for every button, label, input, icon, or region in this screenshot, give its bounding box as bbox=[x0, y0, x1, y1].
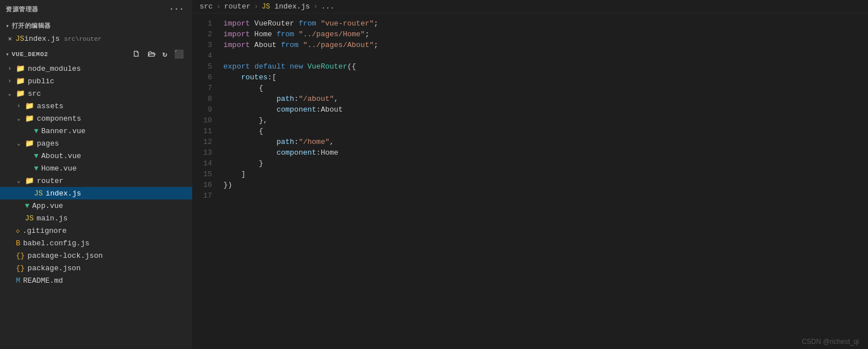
line-number: 2 bbox=[193, 29, 221, 40]
file-App.vue[interactable]: ▼App.vue bbox=[0, 199, 192, 212]
more-button[interactable]: ··· bbox=[167, 3, 187, 15]
breadcrumb-sep3: › bbox=[314, 2, 318, 11]
json-icon: {} bbox=[16, 252, 25, 260]
folder-icon: 📁 bbox=[25, 101, 34, 110]
folder-icon: 📁 bbox=[16, 64, 25, 73]
sidebar-header: 资源管理器 ··· bbox=[0, 0, 192, 18]
tree-item-label: pages bbox=[37, 139, 59, 148]
sidebar-title: 资源管理器 bbox=[6, 5, 39, 14]
breadcrumb-router: router bbox=[224, 2, 251, 11]
folder-pages[interactable]: ⌄📁pages bbox=[0, 137, 192, 150]
code-line: 4 bbox=[193, 50, 868, 61]
tree-item-label: babel.config.js bbox=[23, 239, 90, 248]
arrow-icon: ⌄ bbox=[8, 90, 16, 97]
code-line: 5export default new VueRouter({ bbox=[193, 61, 868, 72]
breadcrumb: src › router › JS index.js › ... bbox=[193, 0, 868, 14]
opened-editors-label[interactable]: ▾ 打开的编辑器 bbox=[0, 19, 192, 32]
code-line: 11 { bbox=[193, 126, 868, 137]
editor-area: src › router › JS index.js › ... 1import… bbox=[193, 0, 868, 349]
open-file-name: index.js src\router bbox=[24, 35, 101, 43]
open-file-tab[interactable]: ✕ JS index.js src\router bbox=[0, 32, 192, 45]
line-content: component:Home bbox=[221, 147, 868, 158]
file-tree: ›📁node_modules›📁public⌄📁src›📁assets⌄📁com… bbox=[0, 62, 192, 349]
js-icon: JS bbox=[25, 214, 34, 223]
line-number: 9 bbox=[193, 104, 221, 115]
code-line: 12 path:"/home", bbox=[193, 137, 868, 147]
file-Banner.vue[interactable]: ▼Banner.vue bbox=[0, 125, 192, 137]
tree-item-label: node_modules bbox=[28, 65, 81, 73]
file-package.json[interactable]: {}package.json bbox=[0, 262, 192, 274]
line-content: import Home from "../pages/Home"; bbox=[221, 29, 868, 40]
folder-icon: 📁 bbox=[25, 114, 34, 123]
code-line: 8 path:"/about", bbox=[193, 93, 868, 104]
close-icon[interactable]: ✕ bbox=[8, 35, 12, 43]
folder-node_modules[interactable]: ›📁node_modules bbox=[0, 62, 192, 75]
watermark: CSDN @richest_qi bbox=[802, 338, 859, 346]
file-.gitignore[interactable]: ◇.gitignore bbox=[0, 224, 192, 237]
line-number: 5 bbox=[193, 61, 221, 72]
code-line: 1import VueRouter from "vue-router"; bbox=[193, 18, 868, 29]
arrow-icon: › bbox=[8, 66, 16, 72]
code-line: 13 component:Home bbox=[193, 147, 868, 158]
folder-icon: 📁 bbox=[16, 89, 25, 98]
file-Home.vue[interactable]: ▼Home.vue bbox=[0, 162, 192, 174]
opened-editors-section: ▾ 打开的编辑器 ✕ JS index.js src\router bbox=[0, 18, 192, 46]
file-package-lock.json[interactable]: {}package-lock.json bbox=[0, 249, 192, 262]
code-line: 16}) bbox=[193, 180, 868, 190]
tree-item-label: .gitignore bbox=[23, 227, 67, 235]
file-About.vue[interactable]: ▼About.vue bbox=[0, 150, 192, 162]
new-folder-icon[interactable]: 🗁 bbox=[145, 49, 158, 60]
babel-icon: B bbox=[16, 239, 20, 248]
line-number: 16 bbox=[193, 180, 221, 190]
file-index.js[interactable]: JSindex.js bbox=[0, 187, 192, 199]
file-main.js[interactable]: JSmain.js bbox=[0, 212, 192, 224]
file-README.md[interactable]: MREADME.md bbox=[0, 274, 192, 287]
refresh-icon[interactable]: ↻ bbox=[160, 48, 170, 60]
folder-src[interactable]: ⌄📁src bbox=[0, 87, 192, 100]
tree-item-label: App.vue bbox=[32, 202, 63, 210]
code-line: 2import Home from "../pages/Home"; bbox=[193, 29, 868, 40]
tree-item-label: assets bbox=[37, 102, 63, 110]
line-content: import VueRouter from "vue-router"; bbox=[221, 18, 868, 29]
tree-item-label: main.js bbox=[37, 214, 68, 223]
breadcrumb-filename: index.js bbox=[274, 2, 310, 11]
breadcrumb-dots: ... bbox=[321, 2, 334, 11]
code-line: 15 ] bbox=[193, 169, 868, 180]
folder-components[interactable]: ⌄📁components bbox=[0, 112, 192, 125]
line-content: }, bbox=[221, 115, 868, 126]
code-line: 17 bbox=[193, 190, 868, 201]
line-number: 4 bbox=[193, 50, 221, 61]
tree-item-label: public bbox=[28, 77, 54, 86]
code-line: 9 component:About bbox=[193, 104, 868, 115]
folder-router[interactable]: ⌄📁router bbox=[0, 174, 192, 187]
file-babel.config.js[interactable]: Bbabel.config.js bbox=[0, 237, 192, 249]
vue-icon: ▼ bbox=[34, 127, 39, 135]
project-section-label[interactable]: ▾ VUE_DEMO2 🗋 🗁 ↻ ⬛ bbox=[0, 46, 192, 62]
sidebar-header-icons: ··· bbox=[167, 3, 187, 15]
new-file-icon[interactable]: 🗋 bbox=[130, 49, 143, 60]
json-icon: {} bbox=[16, 264, 25, 273]
folder-assets[interactable]: ›📁assets bbox=[0, 100, 192, 112]
arrow-icon: › bbox=[8, 78, 16, 84]
folder-public[interactable]: ›📁public bbox=[0, 75, 192, 87]
line-content: export default new VueRouter({ bbox=[221, 61, 868, 72]
code-line: 6 routes:[ bbox=[193, 72, 868, 83]
code-editor[interactable]: 1import VueRouter from "vue-router";2imp… bbox=[193, 14, 868, 349]
line-number: 13 bbox=[193, 147, 221, 158]
code-line: 14 } bbox=[193, 158, 868, 169]
line-number: 12 bbox=[193, 137, 221, 147]
folder-icon: 📁 bbox=[16, 76, 25, 86]
code-line: 3import About from "../pages/About"; bbox=[193, 40, 868, 50]
line-content: path:"/home", bbox=[221, 137, 868, 147]
tree-item-label: package.json bbox=[28, 264, 81, 273]
line-number: 10 bbox=[193, 115, 221, 126]
code-line: 10 }, bbox=[193, 115, 868, 126]
code-line: 7 { bbox=[193, 83, 868, 93]
line-content: routes:[ bbox=[221, 72, 868, 83]
collapse-icon[interactable]: ⬛ bbox=[172, 48, 187, 60]
tree-item-label: components bbox=[37, 114, 81, 123]
tree-item-label: About.vue bbox=[41, 152, 81, 160]
line-content: ] bbox=[221, 169, 868, 180]
breadcrumb-src: src bbox=[200, 2, 213, 11]
line-content bbox=[221, 190, 868, 201]
